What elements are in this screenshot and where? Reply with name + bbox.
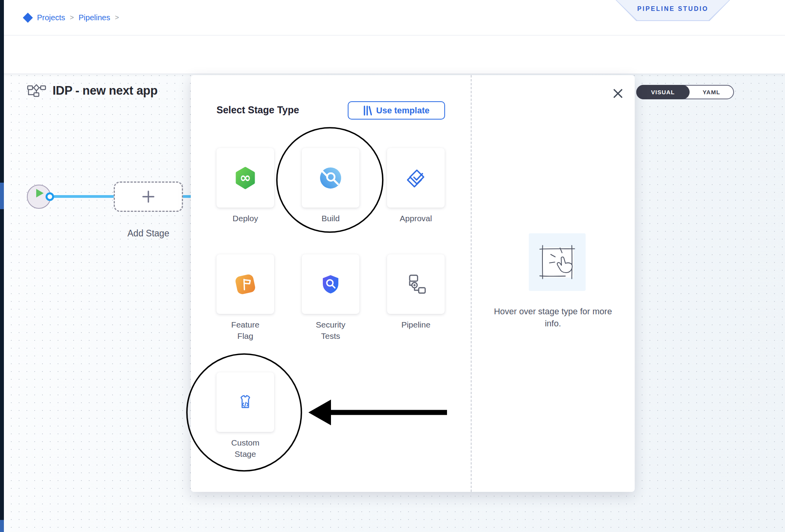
breadcrumb-link-projects[interactable]: Projects: [37, 13, 65, 22]
stage-card-pipeline[interactable]: [387, 254, 445, 314]
stage-info-panel: Hover over stage type for more info.: [471, 75, 635, 492]
toggle-visual[interactable]: VISUAL: [636, 85, 690, 99]
pipeline-title: IDP - new next app: [53, 84, 158, 98]
approval-icon: [404, 166, 428, 190]
stage-label: Approval: [400, 213, 432, 224]
close-modal-button[interactable]: [611, 87, 625, 100]
collapsed-sidebar[interactable]: [0, 0, 4, 532]
stage-card-build[interactable]: [302, 148, 359, 208]
stage-label: Feature Flag: [224, 319, 267, 342]
play-icon: [36, 189, 44, 197]
stage-label: Custom Stage: [224, 437, 267, 460]
use-template-label: Use template: [376, 106, 429, 116]
build-ci-icon: [319, 166, 343, 190]
sidebar-bottom-segment: [0, 520, 4, 532]
toggle-yaml[interactable]: YAML: [690, 86, 733, 99]
add-stage-button[interactable]: [114, 181, 183, 212]
pipeline-graph-icon: [27, 83, 47, 99]
stage-row-3: Custom Stage: [216, 372, 445, 460]
select-stage-modal: Select Stage Type Use template ∞ Deploy: [191, 75, 635, 492]
visual-yaml-toggle: VISUAL YAML: [636, 85, 734, 99]
top-bar: Projects > Pipelines > PIPELINE STUDIO: [4, 0, 785, 35]
stage-label: Pipeline: [401, 319, 431, 330]
plus-icon: [141, 190, 155, 204]
stage-info-hint: Hover over stage type for more info.: [483, 305, 623, 329]
stage-cell-deploy: ∞ Deploy: [216, 148, 274, 224]
stage-cell-approval: Approval: [387, 148, 445, 224]
breadcrumb: Projects > Pipelines >: [23, 0, 120, 35]
library-icon: [363, 106, 372, 116]
stage-card-custom-stage[interactable]: [216, 372, 274, 432]
stage-card-approval[interactable]: [387, 148, 445, 208]
stage-card-security-tests[interactable]: [302, 254, 359, 314]
stage-row-1: ∞ Deploy Build: [216, 148, 445, 224]
pipeline-header: IDP - new next app VISUAL YAML: [4, 35, 785, 74]
add-stage-label: Add Stage: [114, 228, 183, 239]
feature-flag-icon: [233, 272, 257, 296]
breadcrumb-link-pipelines[interactable]: Pipelines: [79, 13, 110, 22]
pipeline-studio-badge: PIPELINE STUDIO: [616, 0, 730, 21]
svg-text:∞: ∞: [239, 169, 251, 185]
close-icon: [613, 88, 623, 99]
deploy-cd-icon: ∞: [233, 166, 257, 190]
stage-label: Security Tests: [309, 319, 352, 342]
harness-logo-icon: [23, 12, 33, 23]
custom-stage-icon: [234, 391, 257, 414]
stage-cell-security-tests: Security Tests: [302, 254, 359, 342]
stage-label: Build: [322, 213, 340, 224]
pipeline-studio-app: Projects > Pipelines > PIPELINE STUDIO I…: [0, 0, 785, 532]
stage-cell-feature-flag: Feature Flag: [216, 254, 274, 342]
stage-cell-custom-stage: Custom Stage: [216, 372, 274, 460]
connector-line: [183, 195, 191, 198]
stage-row-2: Feature Flag Security Tests: [216, 254, 445, 342]
chevron-right-icon: >: [69, 14, 75, 22]
stage-card-feature-flag[interactable]: [216, 254, 274, 314]
stage-label: Deploy: [232, 213, 258, 224]
chained-pipeline-icon: [405, 273, 427, 295]
stage-card-deploy[interactable]: ∞: [216, 148, 274, 208]
pipeline-studio-badge-label: PIPELINE STUDIO: [637, 5, 709, 12]
connector-line: [54, 195, 114, 198]
stage-cell-pipeline: Pipeline: [387, 254, 445, 342]
stage-cell-build: Build: [302, 148, 359, 224]
sidebar-active-segment: [0, 183, 4, 209]
click-hand-sketch-icon: [529, 233, 586, 291]
chevron-right-icon: >: [114, 14, 120, 22]
modal-title: Select Stage Type: [216, 104, 299, 116]
use-template-button[interactable]: Use template: [348, 101, 445, 120]
connector-handle[interactable]: [46, 192, 54, 201]
security-shield-icon: [319, 273, 342, 296]
